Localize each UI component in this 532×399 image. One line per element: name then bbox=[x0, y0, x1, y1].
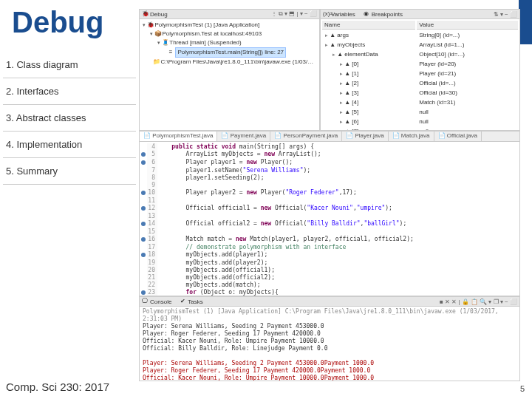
code-line[interactable]: 9 bbox=[140, 182, 519, 189]
code-line[interactable]: 18 myObjects.add(player1); bbox=[140, 251, 519, 259]
vars-toolbar[interactable]: ⇅ ▾ − ⬜ bbox=[494, 11, 517, 18]
tree-row[interactable]: ▾ 🐞 PolymorphismTest (1) [Java Applicati… bbox=[143, 21, 316, 30]
tree-row[interactable]: 📁 C:\Program Files\Java\jre1.8.0_111\bin… bbox=[143, 58, 316, 66]
variable-row[interactable]: ▸ ▲ [5]null bbox=[322, 108, 518, 116]
nav-item[interactable]: 1. Class diagram bbox=[3, 52, 136, 78]
console-header: PolymorphismTest (1) [Java Application] … bbox=[143, 308, 516, 323]
code-line[interactable]: 10 Player player2 = new Player("Roger Fe… bbox=[140, 189, 519, 197]
code-line[interactable]: 22 myObjects.add(match); bbox=[140, 282, 519, 289]
slide-footer: Comp. Sci 230: 2017 bbox=[6, 381, 109, 393]
editor-tab[interactable]: 📄 PersonPayment.java bbox=[270, 132, 342, 141]
tree-row[interactable]: ≡ PolymorphismTest.main(String[]) line: … bbox=[143, 47, 316, 58]
slide-title: Debug bbox=[12, 6, 103, 39]
col-name[interactable]: Name bbox=[322, 21, 415, 30]
code-line[interactable]: 15 bbox=[140, 228, 519, 236]
variables-body: ▸ ▲ argsString[0] (id=...)▸ ▲ myObjectsA… bbox=[322, 31, 518, 131]
tasks-tab[interactable]: Tasks bbox=[188, 299, 202, 305]
variable-row[interactable]: ▸ ▲ argsString[0] (id=...) bbox=[322, 31, 518, 39]
code-line[interactable]: 7 player1.setName("Serena Williams"); bbox=[140, 167, 519, 174]
editor-tab[interactable]: 📄 Match.java bbox=[389, 132, 434, 141]
console-line: Player: Serena Williams, Seeding 2 Payme… bbox=[143, 323, 516, 330]
page-number: 5 bbox=[520, 384, 525, 393]
code-line[interactable]: 19 myObjects.add(player2); bbox=[140, 259, 519, 267]
debug-tab-header[interactable]: 🐞 Debug ⋮ ⧉ ▾ ⬒ | ▾ − ⬜ bbox=[140, 10, 319, 19]
debug-tree[interactable]: ▾ 🐞 PolymorphismTest (1) [Java Applicati… bbox=[140, 19, 319, 68]
variable-row[interactable]: ▸ ▲ [0]Player (id=20) bbox=[322, 60, 518, 68]
col-value[interactable]: Value bbox=[417, 21, 518, 30]
code-line[interactable]: 6 Player player1 = new Player(); bbox=[140, 159, 519, 167]
tree-row[interactable]: ▾ 📦 Polymorphism.Test at localhost:49103 bbox=[143, 30, 316, 38]
accent-box bbox=[519, 0, 532, 44]
console-line bbox=[143, 352, 516, 360]
variables-tab[interactable]: Variables bbox=[331, 11, 355, 18]
console-line: Official: Kacer Nouni, Role: Umpire Paym… bbox=[143, 375, 516, 381]
editor-pane: 📄 PolymorphismTest.java📄 Payment.java📄 P… bbox=[139, 131, 520, 296]
console-output[interactable]: PolymorphismTest (1) [Java Application] … bbox=[140, 307, 519, 381]
nav-item[interactable]: 3. Abstract classes bbox=[3, 105, 136, 132]
editor-tab[interactable]: 📄 Payment.java bbox=[217, 132, 270, 141]
breakpoints-tab[interactable]: Breakpoints bbox=[372, 11, 403, 18]
code-line[interactable]: 14 Official official2 = new Official("Bi… bbox=[140, 220, 519, 228]
code-area[interactable]: 4 public static void main(String[] args)… bbox=[140, 142, 519, 296]
variables-pane: (x)= Variables ◉ Breakpoints ⇅ ▾ − ⬜ Nam… bbox=[320, 9, 520, 131]
code-line[interactable]: 17 // demonstrate polymorphism with an i… bbox=[140, 244, 519, 251]
code-line[interactable]: 20 myObjects.add(official1); bbox=[140, 267, 519, 274]
console-icon: 🖵 bbox=[142, 299, 148, 304]
variable-row[interactable]: ▸ ▲ [4]Match (id=31) bbox=[322, 98, 518, 106]
bug-icon: 🐞 bbox=[142, 11, 148, 17]
tree-row[interactable]: ▾ 🧵 Thread [main] (Suspended) bbox=[143, 38, 316, 47]
console-tab[interactable]: Console bbox=[150, 299, 171, 305]
tasks-icon: ✔ bbox=[180, 299, 185, 304]
code-line[interactable]: 13 bbox=[140, 213, 519, 220]
debug-pane: 🐞 Debug ⋮ ⧉ ▾ ⬒ | ▾ − ⬜ ▾ 🐞 Polymorphism… bbox=[139, 9, 320, 131]
code-line[interactable]: 8 player1.setSeeding(2); bbox=[140, 174, 519, 182]
breakpoints-icon: ◉ bbox=[364, 11, 369, 17]
debug-tab-label: Debug bbox=[150, 11, 168, 18]
nav-item[interactable]: 5. Summary bbox=[3, 158, 136, 185]
slide-nav: 1. Class diagram2. Interfaces3. Abstract… bbox=[3, 52, 136, 185]
code-line[interactable]: 11 bbox=[140, 197, 519, 205]
variables-icon: (x)= bbox=[323, 11, 329, 17]
code-line[interactable]: 4 public static void main(String[] args)… bbox=[140, 143, 519, 151]
console-line: Official: Kacer Nouni, Role: Umpire Paym… bbox=[143, 338, 516, 345]
ide-screenshot: 🐞 Debug ⋮ ⧉ ▾ ⬒ | ▾ − ⬜ ▾ 🐞 Polymorphism… bbox=[139, 9, 520, 381]
code-line[interactable]: 5 ArrayList myObjects = new ArrayList(); bbox=[140, 151, 519, 159]
console-line: Player: Roger Federer, Seeding 17 Paymen… bbox=[143, 330, 516, 338]
console-line: Player: Serena Williams, Seeding 2 Payme… bbox=[143, 360, 516, 367]
variable-row[interactable]: ▸ ▲ [6]null bbox=[322, 117, 518, 126]
console-line: Player: Roger Federer, Seeding 17 Paymen… bbox=[143, 367, 516, 375]
console-pane: 🖵 Console ✔ Tasks ■ ✕ ✕ | 🔒 📋 🔍 ▾ ❐ ▾ − … bbox=[139, 296, 520, 381]
editor-tab[interactable]: 📄 PolymorphismTest.java bbox=[140, 132, 217, 141]
code-line[interactable]: 16 Match match = new Match(player1, play… bbox=[140, 236, 519, 244]
variable-row[interactable]: ▸ ▲ [1]Player (id=21) bbox=[322, 69, 518, 78]
code-line[interactable]: 23 for (Object o: myObjects){ bbox=[140, 289, 519, 296]
code-line[interactable]: 12 Official official1 = new Official("Ka… bbox=[140, 205, 519, 213]
editor-tab[interactable]: 📄 Player.java bbox=[342, 132, 388, 141]
nav-item[interactable]: 4. Implementation bbox=[3, 132, 136, 158]
debug-toolbar[interactable]: ⋮ ⧉ ▾ ⬒ | ▾ − ⬜ bbox=[271, 10, 317, 18]
variable-row[interactable]: ▸ ▲ [3]Official (id=30) bbox=[322, 89, 518, 97]
console-lines: Player: Serena Williams, Seeding 2 Payme… bbox=[143, 323, 516, 381]
editor-tab[interactable]: 📄 Official.java bbox=[434, 132, 482, 141]
variable-row[interactable]: ▸ ▲ [2]Official (id=...) bbox=[322, 79, 518, 87]
nav-item[interactable]: 2. Interfaces bbox=[3, 78, 136, 105]
variable-row[interactable]: ▸ ▲ myObjectsArrayList (id=1...) bbox=[322, 41, 518, 49]
variable-row[interactable]: ▸ ▲ elementDataObject[10] (id=...) bbox=[322, 50, 518, 58]
console-line: Official: Billy Balldir, Role: Linejudge… bbox=[143, 345, 516, 352]
console-toolbar[interactable]: ■ ✕ ✕ | 🔒 📋 🔍 ▾ ❐ ▾ − ⬜ bbox=[440, 299, 517, 305]
editor-tabs[interactable]: 📄 PolymorphismTest.java📄 Payment.java📄 P… bbox=[140, 132, 519, 142]
variables-table[interactable]: Name Value ▸ ▲ argsString[0] (id=...)▸ ▲… bbox=[321, 19, 519, 131]
code-line[interactable]: 21 myObjects.add(official2); bbox=[140, 274, 519, 282]
